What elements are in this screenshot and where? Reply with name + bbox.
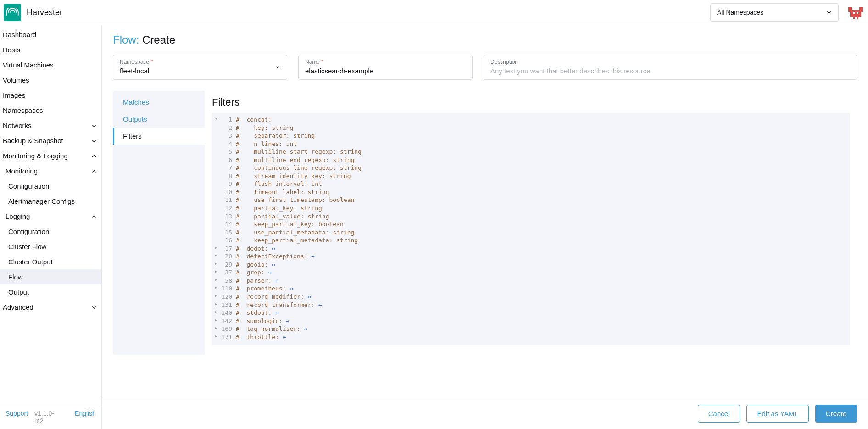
sidebar-item-logging[interactable]: Logging <box>0 209 101 224</box>
fold-marker-icon[interactable]: ↔ <box>265 268 272 277</box>
code-line: 12# partial_key: string <box>212 204 850 212</box>
tab-outputs[interactable]: Outputs <box>113 111 205 128</box>
code-text: # continuous_line_regexp: string <box>236 164 362 172</box>
fold-marker-icon[interactable]: ↔ <box>268 245 275 253</box>
support-link[interactable]: Support <box>6 410 28 424</box>
fold-right-icon[interactable]: ▸ <box>212 245 220 253</box>
fold-marker-icon[interactable]: ↔ <box>300 325 308 333</box>
sidebar-item-images[interactable]: Images <box>0 88 101 103</box>
fold-marker-icon[interactable]: ↔ <box>308 252 315 261</box>
code-text: # flush_interval: int <box>236 180 322 188</box>
sidebar-item-alertmanager-configs[interactable]: Alertmanager Configs <box>0 194 101 209</box>
fold-gutter <box>212 236 220 245</box>
chevron-up-icon <box>91 214 97 219</box>
code-text: # detectExceptions: <box>236 252 308 261</box>
fold-right-icon[interactable]: ▸ <box>212 252 220 261</box>
code-text: # stdout: <box>236 309 272 317</box>
line-number: 15 <box>220 228 236 237</box>
code-text: # throttle: <box>236 333 279 341</box>
fold-right-icon[interactable]: ▸ <box>212 317 220 325</box>
line-number: 20 <box>220 252 236 261</box>
sidebar: DashboardHostsVirtual MachinesVolumesIma… <box>0 25 102 429</box>
description-input[interactable] <box>490 67 850 75</box>
fold-right-icon[interactable]: ▸ <box>212 309 220 317</box>
sidebar-item-volumes[interactable]: Volumes <box>0 72 101 88</box>
sidebar-item-configuration[interactable]: Configuration <box>0 224 101 239</box>
code-text: # partial_key: string <box>236 204 322 212</box>
fold-marker-icon[interactable]: ↔ <box>272 277 279 285</box>
panel-title: Filters <box>212 96 850 108</box>
namespace-selector[interactable]: All Namespaces <box>710 3 839 22</box>
code-line: ▸142# sumologic: ↔ <box>212 317 850 325</box>
fold-gutter <box>212 148 220 156</box>
line-number: 9 <box>220 180 236 188</box>
svg-rect-8 <box>857 12 858 14</box>
sidebar-item-advanced[interactable]: Advanced <box>0 300 101 315</box>
fold-marker-icon[interactable]: ↔ <box>268 261 275 269</box>
yaml-editor[interactable]: ▾1#- concat:2# key: string3# separator: … <box>212 113 850 345</box>
sidebar-item-monitoring[interactable]: Monitoring <box>0 163 101 178</box>
fold-right-icon[interactable]: ▸ <box>212 268 220 277</box>
fold-right-icon[interactable]: ▸ <box>212 277 220 285</box>
code-line: 16# keep_partial_metadata: string <box>212 236 850 245</box>
code-line: 9# flush_interval: int <box>212 180 850 188</box>
fold-right-icon[interactable]: ▸ <box>212 261 220 269</box>
sidebar-item-label: Monitoring & Logging <box>3 152 68 160</box>
fold-right-icon[interactable]: ▸ <box>212 325 220 333</box>
fold-gutter <box>212 212 220 221</box>
fold-marker-icon[interactable]: ↔ <box>283 317 290 325</box>
harvester-logo[interactable] <box>4 4 21 21</box>
sidebar-item-networks[interactable]: Networks <box>0 118 101 133</box>
fold-down-icon[interactable]: ▾ <box>212 116 220 124</box>
code-text: # multiline_end_regexp: string <box>236 156 354 164</box>
fold-marker-icon[interactable]: ↔ <box>272 309 279 317</box>
sidebar-item-cluster-output[interactable]: Cluster Output <box>0 254 101 269</box>
sidebar-item-label: Monitoring <box>6 167 38 175</box>
line-number: 8 <box>220 172 236 180</box>
sidebar-item-hosts[interactable]: Hosts <box>0 42 101 57</box>
description-field[interactable]: Description <box>484 55 857 80</box>
code-text: # use_first_timestamp: boolean <box>236 196 354 204</box>
edit-as-yaml-button[interactable]: Edit as YAML <box>746 405 809 423</box>
fold-right-icon[interactable]: ▸ <box>212 284 220 293</box>
sidebar-item-cluster-flow[interactable]: Cluster Flow <box>0 239 101 254</box>
tab-matches[interactable]: Matches <box>113 94 205 111</box>
code-line: 7# continuous_line_regexp: string <box>212 164 850 172</box>
fold-gutter <box>212 180 220 188</box>
line-number: 7 <box>220 164 236 172</box>
sidebar-item-dashboard[interactable]: Dashboard <box>0 27 101 42</box>
code-line: ▸169# tag_normaliser: ↔ <box>212 325 850 333</box>
breadcrumb[interactable]: Flow: <box>113 33 139 46</box>
sidebar-item-label: Namespaces <box>3 106 43 114</box>
sidebar-item-monitoring-logging[interactable]: Monitoring & Logging <box>0 148 101 163</box>
sidebar-item-virtual-machines[interactable]: Virtual Machines <box>0 57 101 72</box>
cancel-button[interactable]: Cancel <box>698 405 740 423</box>
sidebar-item-configuration[interactable]: Configuration <box>0 178 101 194</box>
fold-right-icon[interactable]: ▸ <box>212 293 220 301</box>
code-text: # keep_partial_key: boolean <box>236 220 344 228</box>
user-avatar[interactable] <box>847 4 864 21</box>
sidebar-item-label: Advanced <box>3 303 33 311</box>
line-number: 169 <box>220 325 236 333</box>
code-line: 4# n_lines: int <box>212 140 850 148</box>
sidebar-item-output[interactable]: Output <box>0 284 101 300</box>
fold-marker-icon[interactable]: ↔ <box>304 293 312 301</box>
namespace-field[interactable]: Namespace * fleet-local <box>113 55 287 80</box>
create-button[interactable]: Create <box>815 405 857 423</box>
language-selector[interactable]: English <box>75 410 96 424</box>
code-text: # geoip: <box>236 261 268 269</box>
line-number: 1 <box>220 116 236 124</box>
sidebar-item-backup-snapshot[interactable]: Backup & Snapshot <box>0 133 101 148</box>
sidebar-item-namespaces[interactable]: Namespaces <box>0 103 101 118</box>
tab-filters[interactable]: Filters <box>113 128 205 145</box>
name-input[interactable] <box>305 67 466 75</box>
fold-marker-icon[interactable]: ↔ <box>315 301 322 309</box>
fold-marker-icon[interactable]: ↔ <box>279 333 286 341</box>
vertical-tabs: MatchesOutputsFilters <box>113 91 205 355</box>
fold-right-icon[interactable]: ▸ <box>212 301 220 309</box>
fold-marker-icon[interactable]: ↔ <box>286 284 294 293</box>
name-field[interactable]: Name * <box>298 55 473 80</box>
namespace-field-label: Namespace * <box>120 59 153 65</box>
fold-right-icon[interactable]: ▸ <box>212 333 220 341</box>
sidebar-item-flow[interactable]: Flow <box>0 269 101 284</box>
